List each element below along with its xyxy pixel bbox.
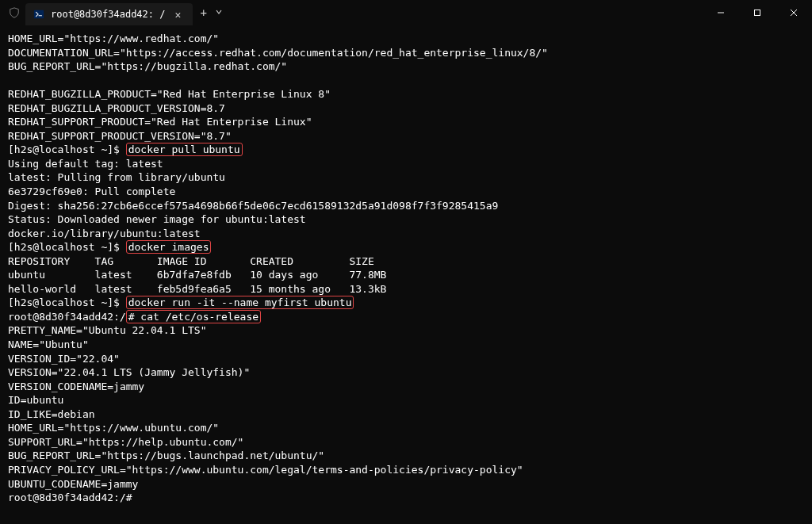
terminal-tab[interactable]: root@8d30f34add42: / ✕ [25,3,193,25]
shell-prompt: [h2s@localhost ~]$ [8,241,126,253]
terminal-line: REPOSITORY TAG IMAGE ID CREATED SIZE [8,254,804,269]
tab-title: root@8d30f34add42: / [51,9,166,20]
terminal-line: BUG_REPORT_URL="https://bugs.launchpad.n… [8,449,804,463]
terminal-line: PRIVACY_POLICY_URL="https://www.ubuntu.c… [8,463,804,477]
window-controls [703,0,812,25]
terminal-line: hello-world latest feb5d9fea6a5 15 month… [8,282,804,296]
terminal-line: docker.io/library/ubuntu:latest [8,227,804,241]
terminal-line: ID_LIKE=debian [8,407,804,422]
terminal-line: REDHAT_SUPPORT_PRODUCT_VERSION="8.7" [8,129,804,143]
shield-icon [8,6,21,19]
titlebar: root@8d30f34add42: / ✕ + [0,0,812,25]
terminal-line: Status: Downloaded newer image for ubunt… [8,212,804,227]
terminal-line: REDHAT_BUGZILLA_PRODUCT="Red Hat Enterpr… [8,87,804,101]
terminal-line: root@8d30f34add42:/# [8,491,804,505]
terminal-output[interactable]: HOME_URL="https://www.redhat.com/"DOCUME… [0,25,812,511]
terminal-line: BUG_REPORT_URL="https://bugzilla.redhat.… [8,59,804,74]
terminal-line: latest: Pulling from library/ubuntu [8,170,804,185]
shell-prompt: [h2s@localhost ~]$ [8,143,126,155]
shell-command: docker pull ubuntu [126,143,243,156]
shell-command: docker images [126,240,212,254]
svg-rect-2 [755,10,760,16]
terminal-line: HOME_URL="https://www.ubuntu.com/" [8,421,804,435]
tab-dropdown-button[interactable] [215,8,223,17]
terminal-line: REDHAT_SUPPORT_PRODUCT="Red Hat Enterpri… [8,115,804,129]
minimize-button[interactable] [703,0,739,25]
shell-command: docker run -it --name myfirst ubuntu [126,296,354,309]
shell-prompt: root@8d30f34add42:/ [8,311,126,323]
shell-prompt: [h2s@localhost ~]$ [8,296,126,308]
terminal-line: NAME="Ubuntu" [8,338,804,352]
terminal-line: ID=ubuntu [8,393,804,407]
terminal-line: DOCUMENTATION_URL="https://access.redhat… [8,46,804,60]
terminal-line [8,74,804,88]
terminal-line: UBUNTU_CODENAME=jammy [8,477,804,491]
terminal-line: Digest: sha256:27cb6e6ccef575a4698b66f5d… [8,199,804,213]
terminal-line: HOME_URL="https://www.redhat.com/" [8,32,804,46]
terminal-line: VERSION_CODENAME=jammy [8,380,804,394]
terminal-line: 6e3729cf69e0: Pull complete [8,185,804,199]
powershell-icon [33,9,44,20]
terminal-line: [h2s@localhost ~]$ docker images [8,240,804,254]
maximize-button[interactable] [739,0,776,25]
terminal-line: PRETTY_NAME="Ubuntu 22.04.1 LTS" [8,323,804,338]
terminal-line: VERSION="22.04.1 LTS (Jammy Jellyfish)" [8,365,804,380]
close-window-button[interactable] [776,0,812,25]
shell-command: # cat /etc/os-release [126,310,261,323]
terminal-line: Using default tag: latest [8,157,804,171]
new-tab-button[interactable]: + [201,6,207,19]
terminal-line: SUPPORT_URL="https://help.ubuntu.com/" [8,435,804,449]
terminal-line: root@8d30f34add42:/# cat /etc/os-release [8,310,804,324]
terminal-line: [h2s@localhost ~]$ docker run -it --name… [8,296,804,310]
close-tab-button[interactable]: ✕ [172,8,185,21]
terminal-line: [h2s@localhost ~]$ docker pull ubuntu [8,143,804,157]
terminal-line: REDHAT_BUGZILLA_PRODUCT_VERSION=8.7 [8,101,804,116]
svg-rect-0 [34,10,44,19]
terminal-line: ubuntu latest 6b7dfa7e8fdb 10 days ago 7… [8,268,804,282]
terminal-line: VERSION_ID="22.04" [8,352,804,366]
